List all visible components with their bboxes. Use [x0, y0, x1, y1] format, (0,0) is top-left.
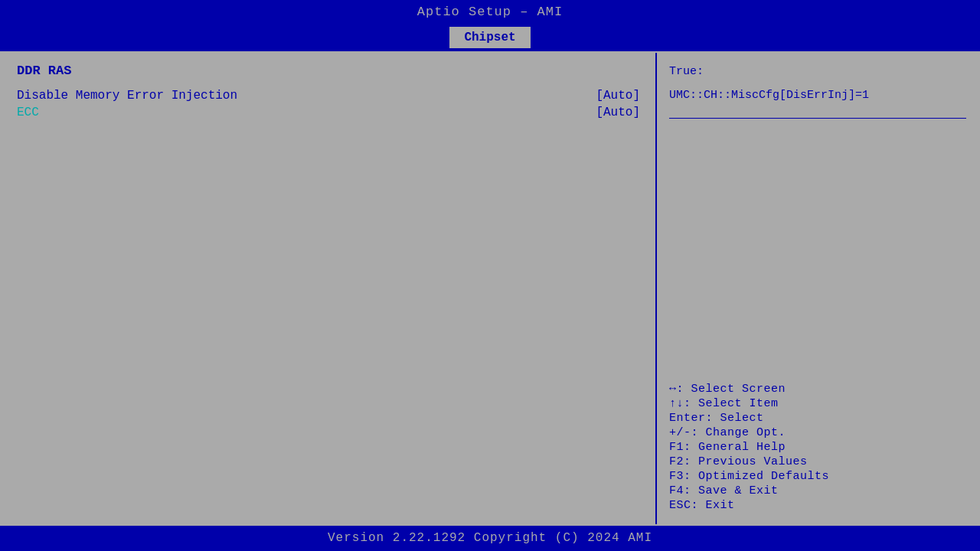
tab-chipset[interactable]: Chipset — [449, 27, 530, 48]
section-title: DDR RAS — [17, 64, 640, 78]
setting-value-1: [Auto] — [596, 106, 640, 119]
info-line-0: True: — [669, 64, 966, 81]
help-row-0: ↔: Select Screen — [669, 383, 966, 396]
title-text: Aptio Setup – AMI — [417, 5, 563, 19]
setting-label-1: ECC — [17, 106, 39, 119]
footer: Version 2.22.1292 Copyright (C) 2024 AMI — [0, 526, 980, 550]
setting-value-0: [Auto] — [596, 89, 640, 103]
footer-text: Version 2.22.1292 Copyright (C) 2024 AMI — [328, 531, 652, 545]
setting-label-0: Disable Memory Error Injection — [17, 89, 237, 103]
info-section: True: UMC::CH::MiscCfg[DisErrInj]=1 — [669, 64, 966, 110]
tab-bar: Chipset — [0, 24, 980, 51]
help-row-3: +/-: Change Opt. — [669, 426, 966, 439]
help-row-2: Enter: Select — [669, 412, 966, 425]
help-row-8: ESC: Exit — [669, 499, 966, 512]
help-section: ↔: Select Screen ↑↓: Select Item Enter: … — [669, 383, 966, 514]
title-bar: Aptio Setup – AMI — [0, 0, 980, 24]
right-panel: True: UMC::CH::MiscCfg[DisErrInj]=1 ↔: S… — [657, 53, 978, 524]
help-row-5: F2: Previous Values — [669, 455, 966, 468]
help-row-4: F1: General Help — [669, 441, 966, 454]
help-row-6: F3: Optimized Defaults — [669, 470, 966, 483]
left-panel: DDR RAS Disable Memory Error Injection [… — [2, 53, 657, 524]
help-row-7: F4: Save & Exit — [669, 484, 966, 497]
main-content: DDR RAS Disable Memory Error Injection [… — [0, 51, 980, 526]
divider — [669, 118, 966, 119]
help-row-1: ↑↓: Select Item — [669, 397, 966, 410]
setting-row-1[interactable]: ECC [Auto] — [17, 106, 640, 119]
setting-row-0[interactable]: Disable Memory Error Injection [Auto] — [17, 89, 640, 103]
info-line-1: UMC::CH::MiscCfg[DisErrInj]=1 — [669, 87, 966, 105]
